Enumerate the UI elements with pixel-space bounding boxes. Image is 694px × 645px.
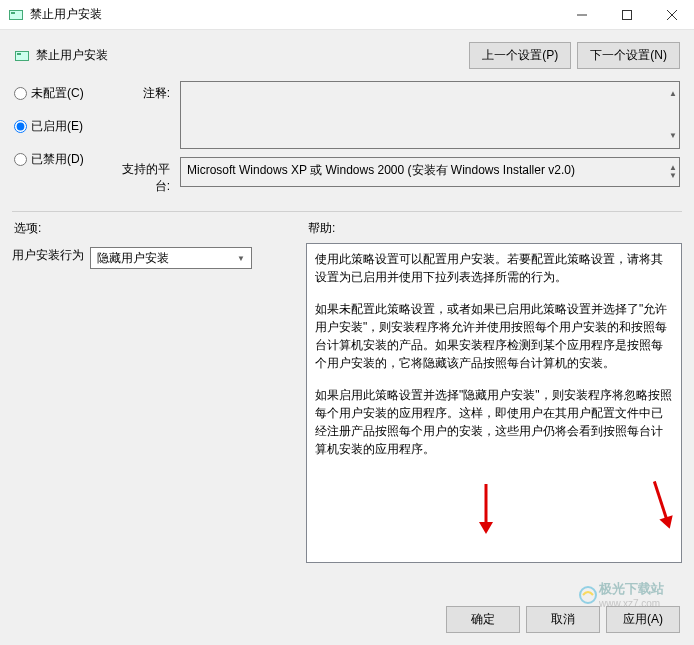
- radio-unconfigured-input[interactable]: [14, 87, 27, 100]
- radio-label: 未配置(C): [31, 85, 84, 102]
- minimize-button[interactable]: [559, 0, 604, 30]
- radio-enabled-input[interactable]: [14, 120, 27, 133]
- behavior-dropdown[interactable]: 隐藏用户安装 ▼: [90, 247, 252, 269]
- cancel-button[interactable]: 取消: [526, 606, 600, 633]
- radio-enabled[interactable]: 已启用(E): [14, 118, 108, 135]
- policy-icon: [8, 7, 24, 23]
- divider: [12, 211, 682, 212]
- window-title: 禁止用户安装: [30, 6, 559, 23]
- scrollbar[interactable]: ▲ ▼: [669, 90, 677, 140]
- help-label: 帮助:: [308, 220, 680, 237]
- chevron-down-icon: ▼: [233, 254, 249, 263]
- help-paragraph: 如果未配置此策略设置，或者如果已启用此策略设置并选择了"允许用户安装"，则安装程…: [315, 300, 673, 372]
- comment-label: 注释:: [108, 81, 180, 102]
- svg-rect-9: [17, 53, 21, 55]
- scroll-down-icon[interactable]: ▼: [669, 172, 677, 180]
- comment-textarea[interactable]: ▲ ▼: [180, 81, 680, 149]
- maximize-button[interactable]: [604, 0, 649, 30]
- page-title: 禁止用户安装: [36, 47, 469, 64]
- svg-rect-2: [11, 12, 15, 14]
- svg-rect-4: [622, 10, 631, 19]
- radio-disabled-input[interactable]: [14, 153, 27, 166]
- svg-marker-13: [659, 515, 676, 531]
- radio-label: 已启用(E): [31, 118, 83, 135]
- radio-unconfigured[interactable]: 未配置(C): [14, 85, 108, 102]
- apply-button[interactable]: 应用(A): [606, 606, 680, 633]
- options-label: 选项:: [14, 220, 308, 237]
- platform-textarea[interactable]: Microsoft Windows XP 或 Windows 2000 (安装有…: [180, 157, 680, 187]
- scrollbar[interactable]: ▲ ▼: [669, 164, 677, 180]
- scroll-down-icon[interactable]: ▼: [669, 132, 677, 140]
- radio-label: 已禁用(D): [31, 151, 84, 168]
- svg-marker-11: [479, 522, 493, 534]
- annotation-arrow-icon: [477, 484, 495, 534]
- dropdown-value: 隐藏用户安装: [97, 250, 169, 267]
- help-panel[interactable]: 使用此策略设置可以配置用户安装。若要配置此策略设置，请将其设置为已启用并使用下拉…: [306, 243, 682, 563]
- close-button[interactable]: [649, 0, 694, 30]
- platform-label: 支持的平台:: [108, 157, 180, 195]
- footer: 确定 取消 应用(A): [12, 596, 682, 637]
- policy-icon: [14, 48, 30, 64]
- help-paragraph: 使用此策略设置可以配置用户安装。若要配置此策略设置，请将其设置为已启用并使用下拉…: [315, 250, 673, 286]
- titlebar: 禁止用户安装: [0, 0, 694, 30]
- radio-disabled[interactable]: 已禁用(D): [14, 151, 108, 168]
- state-radio-group: 未配置(C) 已启用(E) 已禁用(D): [14, 81, 108, 197]
- annotation-arrow-icon: [646, 478, 679, 531]
- scroll-up-icon[interactable]: ▲: [669, 90, 677, 98]
- prev-setting-button[interactable]: 上一个设置(P): [469, 42, 571, 69]
- behavior-label: 用户安装行为: [12, 247, 84, 264]
- window-controls: [559, 0, 694, 30]
- help-paragraph: 如果启用此策略设置并选择"隐藏用户安装"，则安装程序将忽略按照每个用户安装的应用…: [315, 386, 673, 458]
- ok-button[interactable]: 确定: [446, 606, 520, 633]
- options-panel: 用户安装行为 隐藏用户安装 ▼: [12, 243, 292, 596]
- svg-line-12: [654, 481, 666, 519]
- header: 禁止用户安装 上一个设置(P) 下一个设置(N): [12, 38, 682, 81]
- next-setting-button[interactable]: 下一个设置(N): [577, 42, 680, 69]
